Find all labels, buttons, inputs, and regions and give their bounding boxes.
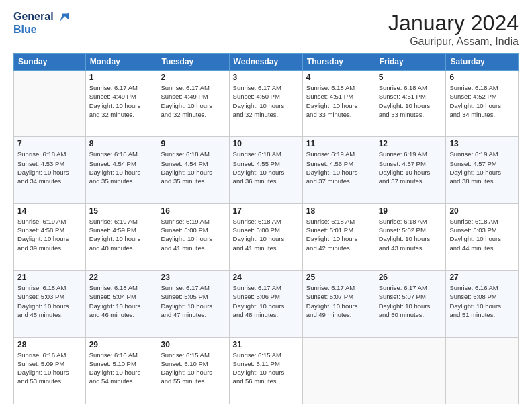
day-number: 3 bbox=[233, 73, 299, 82]
day-info: Sunrise: 6:16 AM Sunset: 5:10 PM Dayligh… bbox=[89, 351, 154, 386]
day-info: Sunrise: 6:17 AM Sunset: 5:05 PM Dayligh… bbox=[161, 283, 225, 319]
day-info: Sunrise: 6:19 AM Sunset: 4:59 PM Dayligh… bbox=[89, 217, 154, 253]
day-number: 15 bbox=[89, 206, 154, 216]
day-info: Sunrise: 6:17 AM Sunset: 5:06 PM Dayligh… bbox=[233, 283, 299, 319]
col-wednesday: Wednesday bbox=[229, 54, 302, 71]
table-cell: 12Sunrise: 6:19 AM Sunset: 4:57 PM Dayli… bbox=[375, 137, 446, 203]
logo-arrow-icon bbox=[58, 11, 70, 24]
day-number: 17 bbox=[233, 206, 299, 216]
day-info: Sunrise: 6:17 AM Sunset: 5:07 PM Dayligh… bbox=[306, 283, 371, 319]
col-thursday: Thursday bbox=[302, 54, 375, 71]
calendar-week-3: 14Sunrise: 6:19 AM Sunset: 4:58 PM Dayli… bbox=[14, 203, 519, 270]
day-number: 21 bbox=[17, 273, 82, 282]
day-number: 30 bbox=[161, 340, 225, 349]
calendar-table: Sunday Monday Tuesday Wednesday Thursday… bbox=[13, 53, 519, 404]
day-info: Sunrise: 6:18 AM Sunset: 5:02 PM Dayligh… bbox=[379, 217, 443, 253]
day-info: Sunrise: 6:19 AM Sunset: 4:57 PM Dayligh… bbox=[449, 150, 515, 185]
day-number: 13 bbox=[449, 139, 515, 148]
day-number: 16 bbox=[161, 206, 225, 216]
day-number: 2 bbox=[161, 73, 225, 82]
table-cell: 8Sunrise: 6:18 AM Sunset: 4:54 PM Daylig… bbox=[85, 137, 157, 203]
day-info: Sunrise: 6:16 AM Sunset: 5:08 PM Dayligh… bbox=[449, 283, 515, 319]
day-info: Sunrise: 6:18 AM Sunset: 5:04 PM Dayligh… bbox=[89, 283, 154, 319]
calendar-week-2: 7Sunrise: 6:18 AM Sunset: 4:53 PM Daylig… bbox=[14, 137, 519, 203]
day-number: 24 bbox=[233, 273, 299, 282]
calendar-week-5: 28Sunrise: 6:16 AM Sunset: 5:09 PM Dayli… bbox=[14, 337, 519, 404]
table-cell: 13Sunrise: 6:19 AM Sunset: 4:57 PM Dayli… bbox=[446, 137, 519, 203]
day-info: Sunrise: 6:18 AM Sunset: 4:51 PM Dayligh… bbox=[379, 83, 443, 119]
table-cell: 27Sunrise: 6:16 AM Sunset: 5:08 PM Dayli… bbox=[446, 271, 519, 337]
table-cell: 28Sunrise: 6:16 AM Sunset: 5:09 PM Dayli… bbox=[14, 337, 86, 404]
day-info: Sunrise: 6:17 AM Sunset: 4:49 PM Dayligh… bbox=[89, 83, 154, 119]
table-cell: 1Sunrise: 6:17 AM Sunset: 4:49 PM Daylig… bbox=[85, 71, 157, 137]
day-info: Sunrise: 6:18 AM Sunset: 5:03 PM Dayligh… bbox=[17, 283, 82, 319]
day-number: 22 bbox=[89, 273, 154, 282]
day-info: Sunrise: 6:18 AM Sunset: 4:52 PM Dayligh… bbox=[449, 83, 515, 119]
col-sunday: Sunday bbox=[14, 54, 86, 71]
day-number: 20 bbox=[449, 206, 515, 216]
table-cell: 3Sunrise: 6:17 AM Sunset: 4:50 PM Daylig… bbox=[229, 71, 302, 137]
day-number: 29 bbox=[89, 340, 154, 349]
table-cell bbox=[302, 337, 375, 404]
page-header: General Blue January 2024 Gauripur, Assa… bbox=[13, 11, 519, 48]
day-info: Sunrise: 6:17 AM Sunset: 5:07 PM Dayligh… bbox=[379, 283, 443, 319]
day-number: 26 bbox=[379, 273, 443, 282]
title-block: January 2024 Gauripur, Assam, India bbox=[388, 11, 519, 48]
day-number: 28 bbox=[17, 340, 82, 349]
table-cell: 30Sunrise: 6:15 AM Sunset: 5:10 PM Dayli… bbox=[157, 337, 229, 404]
day-number: 19 bbox=[379, 206, 443, 216]
table-cell: 23Sunrise: 6:17 AM Sunset: 5:05 PM Dayli… bbox=[157, 271, 229, 337]
day-info: Sunrise: 6:18 AM Sunset: 4:54 PM Dayligh… bbox=[89, 150, 154, 185]
table-cell: 19Sunrise: 6:18 AM Sunset: 5:02 PM Dayli… bbox=[375, 203, 446, 270]
day-number: 7 bbox=[17, 139, 82, 148]
day-number: 10 bbox=[233, 139, 299, 148]
table-cell: 7Sunrise: 6:18 AM Sunset: 4:53 PM Daylig… bbox=[14, 137, 86, 203]
table-cell: 31Sunrise: 6:15 AM Sunset: 5:11 PM Dayli… bbox=[229, 337, 302, 404]
day-number: 11 bbox=[306, 139, 371, 148]
day-info: Sunrise: 6:18 AM Sunset: 4:54 PM Dayligh… bbox=[161, 150, 225, 185]
table-cell: 16Sunrise: 6:19 AM Sunset: 5:00 PM Dayli… bbox=[157, 203, 229, 270]
table-cell: 22Sunrise: 6:18 AM Sunset: 5:04 PM Dayli… bbox=[85, 271, 157, 337]
table-cell: 10Sunrise: 6:18 AM Sunset: 4:55 PM Dayli… bbox=[229, 137, 302, 203]
day-info: Sunrise: 6:18 AM Sunset: 5:00 PM Dayligh… bbox=[233, 217, 299, 253]
day-number: 9 bbox=[161, 139, 225, 148]
day-number: 5 bbox=[379, 73, 443, 82]
table-cell: 24Sunrise: 6:17 AM Sunset: 5:06 PM Dayli… bbox=[229, 271, 302, 337]
table-cell: 4Sunrise: 6:18 AM Sunset: 4:51 PM Daylig… bbox=[302, 71, 375, 137]
day-number: 4 bbox=[306, 73, 371, 82]
sub-title: Gauripur, Assam, India bbox=[388, 36, 519, 48]
day-info: Sunrise: 6:18 AM Sunset: 4:55 PM Dayligh… bbox=[233, 150, 299, 185]
calendar-week-1: 1Sunrise: 6:17 AM Sunset: 4:49 PM Daylig… bbox=[14, 71, 519, 137]
day-info: Sunrise: 6:17 AM Sunset: 4:49 PM Dayligh… bbox=[161, 83, 225, 119]
table-cell: 29Sunrise: 6:16 AM Sunset: 5:10 PM Dayli… bbox=[85, 337, 157, 404]
day-info: Sunrise: 6:19 AM Sunset: 5:00 PM Dayligh… bbox=[161, 217, 225, 253]
day-info: Sunrise: 6:18 AM Sunset: 4:51 PM Dayligh… bbox=[306, 83, 371, 119]
day-info: Sunrise: 6:19 AM Sunset: 4:58 PM Dayligh… bbox=[17, 217, 82, 253]
day-info: Sunrise: 6:15 AM Sunset: 5:10 PM Dayligh… bbox=[161, 351, 225, 386]
col-friday: Friday bbox=[375, 54, 446, 71]
table-cell: 18Sunrise: 6:18 AM Sunset: 5:01 PM Dayli… bbox=[302, 203, 375, 270]
table-cell: 6Sunrise: 6:18 AM Sunset: 4:52 PM Daylig… bbox=[446, 71, 519, 137]
table-cell: 25Sunrise: 6:17 AM Sunset: 5:07 PM Dayli… bbox=[302, 271, 375, 337]
table-cell: 20Sunrise: 6:18 AM Sunset: 5:03 PM Dayli… bbox=[446, 203, 519, 270]
day-info: Sunrise: 6:18 AM Sunset: 5:03 PM Dayligh… bbox=[449, 217, 515, 253]
day-info: Sunrise: 6:17 AM Sunset: 4:50 PM Dayligh… bbox=[233, 83, 299, 119]
col-tuesday: Tuesday bbox=[157, 54, 229, 71]
table-cell bbox=[375, 337, 446, 404]
day-number: 8 bbox=[89, 139, 154, 148]
table-cell: 9Sunrise: 6:18 AM Sunset: 4:54 PM Daylig… bbox=[157, 137, 229, 203]
day-info: Sunrise: 6:18 AM Sunset: 5:01 PM Dayligh… bbox=[306, 217, 371, 253]
day-number: 23 bbox=[161, 273, 225, 282]
day-number: 25 bbox=[306, 273, 371, 282]
calendar-header-row: Sunday Monday Tuesday Wednesday Thursday… bbox=[14, 54, 519, 71]
table-cell: 21Sunrise: 6:18 AM Sunset: 5:03 PM Dayli… bbox=[14, 271, 86, 337]
calendar-week-4: 21Sunrise: 6:18 AM Sunset: 5:03 PM Dayli… bbox=[14, 271, 519, 337]
day-info: Sunrise: 6:18 AM Sunset: 4:53 PM Dayligh… bbox=[17, 150, 82, 185]
day-info: Sunrise: 6:15 AM Sunset: 5:11 PM Dayligh… bbox=[233, 351, 299, 386]
table-cell bbox=[446, 337, 519, 404]
main-title: January 2024 bbox=[388, 11, 519, 36]
table-cell: 5Sunrise: 6:18 AM Sunset: 4:51 PM Daylig… bbox=[375, 71, 446, 137]
day-info: Sunrise: 6:19 AM Sunset: 4:57 PM Dayligh… bbox=[379, 150, 443, 185]
logo: General Blue bbox=[13, 11, 70, 36]
table-cell: 11Sunrise: 6:19 AM Sunset: 4:56 PM Dayli… bbox=[302, 137, 375, 203]
